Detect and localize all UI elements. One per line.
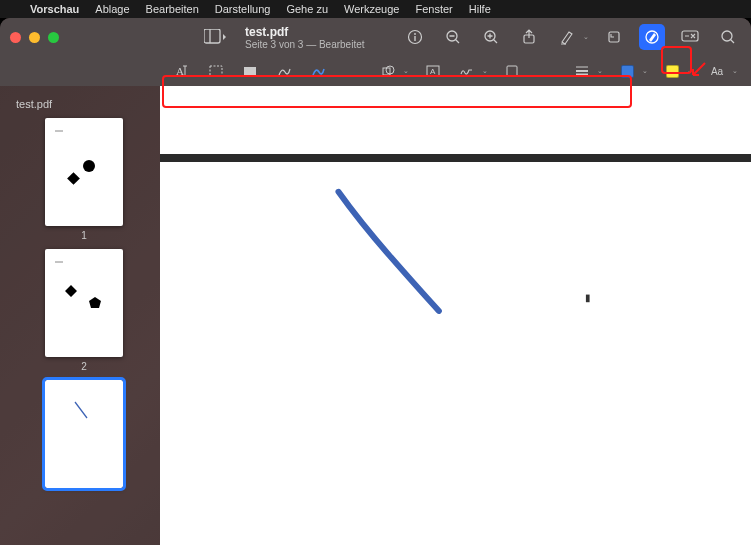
- zoom-in-button[interactable]: [478, 24, 504, 50]
- rotate-button[interactable]: [601, 24, 627, 50]
- text-style-button[interactable]: Aa: [707, 61, 727, 81]
- text-selection-tool[interactable]: A: [172, 61, 192, 81]
- border-color-button[interactable]: [617, 61, 637, 81]
- previous-page-strip: [160, 86, 751, 154]
- svg-text:A: A: [430, 67, 436, 76]
- svg-point-3: [414, 33, 416, 35]
- markup-group-left: A: [172, 61, 328, 81]
- search-button[interactable]: [715, 24, 741, 50]
- line-style-button[interactable]: [572, 61, 592, 81]
- menu-edit[interactable]: Bearbeiten: [146, 3, 199, 15]
- thumbnail-2[interactable]: 2: [8, 249, 160, 372]
- markup-group-right: ⌄ ⌄ ⌄ Aa ⌄: [572, 61, 738, 81]
- document-title-block: test.pdf Seite 3 von 3 — Bearbeitet: [245, 25, 365, 50]
- chevron-down-icon[interactable]: ⌄: [687, 67, 693, 75]
- svg-line-6: [456, 40, 460, 44]
- document-canvas[interactable]: ▮: [160, 86, 751, 545]
- info-button[interactable]: [402, 24, 428, 50]
- menu-view[interactable]: Darstellung: [215, 3, 271, 15]
- svg-rect-23: [210, 66, 222, 76]
- svg-text:A: A: [176, 65, 184, 77]
- app-window: test.pdf Seite 3 von 3 — Bearbeitet ⌄: [0, 18, 751, 545]
- svg-point-35: [83, 160, 95, 172]
- svg-marker-38: [89, 297, 101, 308]
- redact-tool[interactable]: [240, 61, 260, 81]
- svg-rect-36: [67, 172, 80, 185]
- thumbnail-3[interactable]: 3: [8, 380, 160, 503]
- svg-rect-30: [507, 66, 517, 76]
- text-box-tool[interactable]: A: [423, 61, 443, 81]
- drawn-stroke-icon: [160, 162, 751, 545]
- svg-rect-16: [682, 31, 698, 41]
- svg-rect-0: [204, 29, 220, 43]
- window-controls: [10, 32, 59, 43]
- sketch-tool[interactable]: [274, 61, 294, 81]
- svg-rect-24: [244, 67, 256, 75]
- svg-line-9: [494, 40, 498, 44]
- fill-color-button[interactable]: [662, 61, 682, 81]
- svg-line-18: [731, 40, 735, 44]
- note-tool[interactable]: [502, 61, 522, 81]
- share-button[interactable]: [516, 24, 542, 50]
- chevron-down-icon[interactable]: ⌄: [597, 67, 603, 75]
- content-area: test.pdf 1 2 3: [0, 86, 751, 545]
- app-name[interactable]: Vorschau: [30, 3, 79, 15]
- document-filename: test.pdf: [245, 25, 365, 39]
- sign-tool[interactable]: [457, 61, 477, 81]
- current-page[interactable]: ▮: [160, 162, 751, 545]
- menu-file[interactable]: Ablage: [95, 3, 129, 15]
- chevron-down-icon[interactable]: ⌄: [732, 67, 738, 75]
- fill-color-swatch: [666, 65, 679, 78]
- menu-help[interactable]: Hilfe: [469, 3, 491, 15]
- close-window-button[interactable]: [10, 32, 21, 43]
- document-subtitle: Seite 3 von 3 — Bearbeitet: [245, 39, 365, 50]
- border-color-swatch: [621, 65, 634, 78]
- svg-rect-4: [414, 36, 415, 41]
- sidebar-view-button[interactable]: [197, 24, 233, 50]
- menu-goto[interactable]: Gehe zu: [286, 3, 328, 15]
- system-menubar: Vorschau Ablage Bearbeiten Darstellung G…: [0, 0, 751, 18]
- chevron-down-icon[interactable]: ⌄: [403, 67, 409, 75]
- markup-group-mid: ⌄ A ⌄: [378, 61, 522, 81]
- markup-toolbar: A ⌄ A: [0, 56, 751, 86]
- thumbnail-1[interactable]: 1: [8, 118, 160, 241]
- toolbar-right-group: ⌄: [402, 24, 741, 50]
- thumbnail-sidebar: test.pdf 1 2 3: [0, 86, 160, 545]
- main-toolbar: test.pdf Seite 3 von 3 — Bearbeitet ⌄: [0, 18, 751, 56]
- highlight-button[interactable]: [554, 24, 580, 50]
- draw-tool[interactable]: [308, 61, 328, 81]
- page-gap: [160, 154, 751, 162]
- minimize-window-button[interactable]: [29, 32, 40, 43]
- thumbnail-label: 1: [8, 230, 160, 241]
- sidebar-title: test.pdf: [8, 94, 160, 118]
- thumbnail-label: 2: [8, 361, 160, 372]
- svg-line-39: [75, 402, 87, 418]
- markup-toggle-button[interactable]: [639, 24, 665, 50]
- chevron-down-icon[interactable]: ⌄: [583, 33, 589, 41]
- form-button[interactable]: [677, 24, 703, 50]
- menu-window[interactable]: Fenster: [415, 3, 452, 15]
- maximize-window-button[interactable]: [48, 32, 59, 43]
- rectangular-selection-tool[interactable]: [206, 61, 226, 81]
- zoom-out-button[interactable]: [440, 24, 466, 50]
- chevron-down-icon[interactable]: ⌄: [642, 67, 648, 75]
- shapes-tool[interactable]: [378, 61, 398, 81]
- menu-tools[interactable]: Werkzeuge: [344, 3, 399, 15]
- chevron-down-icon[interactable]: ⌄: [482, 67, 488, 75]
